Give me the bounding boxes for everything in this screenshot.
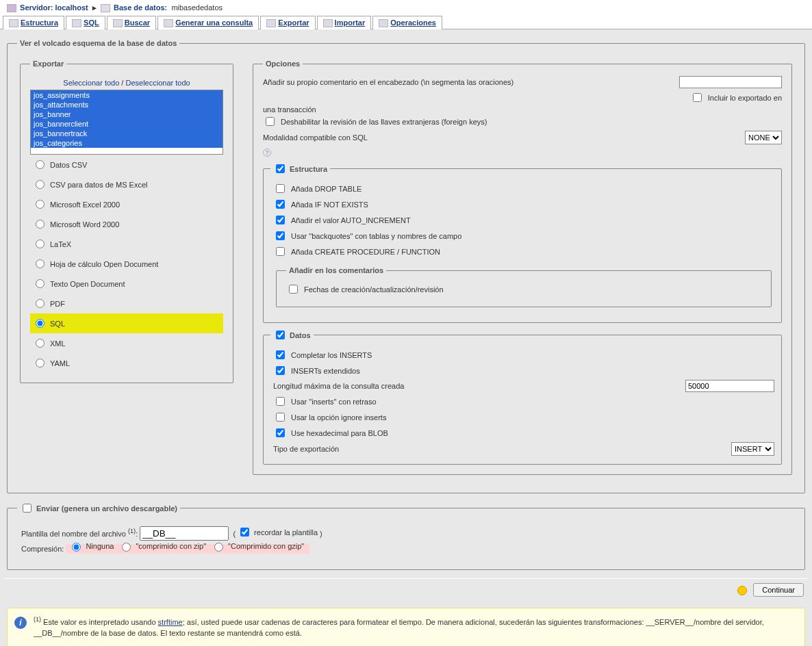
strftime-link[interactable]: strftime xyxy=(158,618,183,626)
deselect-all-link[interactable]: Deseleccionar todo xyxy=(125,79,190,87)
hexblob-checkbox[interactable] xyxy=(276,428,285,437)
if-not-exists-checkbox[interactable] xyxy=(276,200,285,209)
export-legend: Exportar xyxy=(30,60,66,68)
disable-fk-checkbox[interactable] xyxy=(266,117,275,126)
bulb-icon xyxy=(737,586,747,595)
list-item[interactable]: jos_bannerclient xyxy=(31,119,223,129)
structure-legend: Estructura xyxy=(290,165,327,173)
structure-fieldset: Estructura Añada DROP TABLE Añada IF NOT… xyxy=(263,162,782,323)
compat-select[interactable]: NONE xyxy=(745,131,782,144)
data-legend: Datos xyxy=(290,331,311,339)
extended-inserts-checkbox[interactable] xyxy=(276,366,285,375)
database-link[interactable]: Base de datos: xyxy=(114,3,167,12)
list-item[interactable]: jos_attachments xyxy=(31,100,223,109)
format-excel2000[interactable]: Microsoft Excel 2000 xyxy=(30,194,223,214)
auto-increment-checkbox[interactable] xyxy=(276,216,285,224)
remember-checkbox[interactable] xyxy=(240,528,249,537)
transaction-label: una transacción xyxy=(263,105,782,114)
send-legend: Enviar (genera un archivo descargable) xyxy=(36,504,177,513)
compat-label: Modalidad compatible con SQL xyxy=(263,133,738,142)
complete-inserts-checkbox[interactable] xyxy=(276,350,285,359)
export-icon xyxy=(266,19,276,27)
procedure-checkbox[interactable] xyxy=(276,247,285,256)
structure-icon xyxy=(9,19,18,27)
import-icon xyxy=(323,19,333,27)
options-fieldset: Opciones Añadir su propio comentario en … xyxy=(253,60,792,475)
operations-icon xyxy=(379,19,388,27)
backquotes-checkbox[interactable] xyxy=(276,231,285,240)
list-item[interactable]: jos_assignments xyxy=(31,90,223,100)
list-item[interactable]: jos_bannertrack xyxy=(31,129,223,138)
list-item[interactable]: jos_banner xyxy=(31,109,223,119)
format-word2000[interactable]: Microsoft Word 2000 xyxy=(30,214,223,234)
comment-input[interactable] xyxy=(679,76,782,88)
server-icon xyxy=(7,4,16,12)
delayed-checkbox[interactable] xyxy=(276,397,285,406)
send-fieldset: Enviar (genera un archivo descargable) P… xyxy=(7,502,805,570)
search-icon xyxy=(113,19,123,27)
maxlen-input[interactable] xyxy=(685,380,774,392)
dump-legend: Ver el volcado esquema de la base de dat… xyxy=(17,39,179,47)
tab-search[interactable]: Buscar xyxy=(107,16,156,29)
format-xml[interactable]: XML xyxy=(30,333,223,353)
options-legend: Opciones xyxy=(263,60,303,68)
disable-fk-label: Deshabilitar la revisión de las llaves e… xyxy=(281,118,487,126)
export-fieldset: Exportar Seleccionar todo / Deselecciona… xyxy=(20,60,233,383)
export-type-select[interactable]: INSERT xyxy=(731,442,774,456)
format-odt[interactable]: Texto Open Document xyxy=(30,274,223,294)
compression-label: Compresión: xyxy=(21,545,64,553)
include-export-checkbox[interactable] xyxy=(693,93,702,102)
tab-sql[interactable]: SQL xyxy=(66,16,105,29)
send-toggle[interactable] xyxy=(23,504,31,513)
database-icon xyxy=(101,4,110,12)
database-name: mibasededatos xyxy=(171,3,223,12)
footnote-notice: (1) Este valor es interpretado usando st… xyxy=(7,608,805,646)
info-icon xyxy=(14,617,27,629)
format-ods[interactable]: Hoja de cálculo Open Document xyxy=(30,254,223,274)
format-latex[interactable]: LaTeX xyxy=(30,234,223,254)
dates-checkbox[interactable] xyxy=(289,285,298,294)
format-yaml[interactable]: YAML xyxy=(30,353,223,373)
query-icon xyxy=(164,19,173,27)
filename-label: Plantilla del nombre del archivo (1): xyxy=(21,530,138,538)
tabs: Estructura SQL Buscar Generar una consul… xyxy=(0,16,812,29)
compression-zip[interactable]: "comprimido con zip" xyxy=(118,541,206,552)
list-item[interactable]: jos_categories xyxy=(31,138,223,148)
continue-button[interactable]: Continuar xyxy=(753,583,804,597)
tab-query[interactable]: Generar una consulta xyxy=(157,16,259,29)
format-csv[interactable]: Datos CSV xyxy=(30,155,223,175)
filename-input[interactable] xyxy=(140,526,229,541)
data-fieldset: Datos Completar los INSERTS INSERTs exte… xyxy=(263,328,782,465)
format-csv-excel[interactable]: CSV para datos de MS Excel xyxy=(30,175,223,194)
help-icon[interactable]: ? xyxy=(263,148,271,157)
tab-import[interactable]: Importar xyxy=(317,16,372,29)
tables-listbox[interactable]: jos_assignments jos_attachments jos_bann… xyxy=(30,90,223,155)
comment-label: Añadir su propio comentario en el encabe… xyxy=(263,78,530,86)
ignore-checkbox[interactable] xyxy=(276,413,285,422)
export-type-label: Tipo de exportación xyxy=(273,445,724,453)
drop-table-checkbox[interactable] xyxy=(276,184,285,193)
maxlen-label: Longitud máxima de la consulta creada xyxy=(273,382,678,390)
compression-none[interactable]: Ninguna xyxy=(68,541,114,552)
include-export-label: Incluir lo exportado en xyxy=(708,94,782,102)
data-toggle[interactable] xyxy=(276,331,285,339)
tab-export[interactable]: Exportar xyxy=(260,16,315,29)
compression-gzip[interactable]: "Comprimido con gzip" xyxy=(211,541,304,552)
tab-structure[interactable]: Estructura xyxy=(3,16,64,29)
format-sql[interactable]: SQL xyxy=(30,313,223,333)
tab-operations[interactable]: Operaciones xyxy=(372,16,442,29)
structure-toggle[interactable] xyxy=(276,164,285,173)
comments-legend: Añadir en los comentarios xyxy=(286,266,386,274)
select-all-link[interactable]: Seleccionar todo xyxy=(63,79,119,87)
comments-fieldset: Añadir en los comentarios Fechas de crea… xyxy=(276,266,772,307)
format-pdf[interactable]: PDF xyxy=(30,294,223,313)
sql-icon xyxy=(72,19,81,27)
dump-fieldset: Ver el volcado esquema de la base de dat… xyxy=(7,39,805,493)
server-link[interactable]: Servidor: localhost xyxy=(20,3,88,12)
breadcrumb: Servidor: localhost ▸ Base de datos: mib… xyxy=(0,0,812,16)
